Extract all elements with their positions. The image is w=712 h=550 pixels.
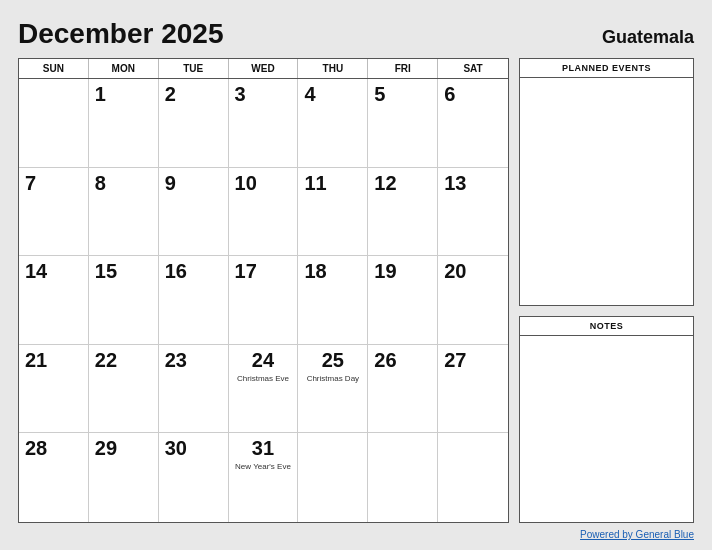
calendar-cell: 20 (438, 256, 508, 345)
day-header: THU (298, 59, 368, 78)
calendar-section: SUNMONTUEWEDTHUFRISAT 123456789101112131… (18, 58, 509, 523)
cell-number: 22 (95, 349, 152, 372)
day-headers-row: SUNMONTUEWEDTHUFRISAT (19, 59, 508, 79)
calendar-cell: 16 (159, 256, 229, 345)
calendar-cell: 3 (229, 79, 299, 168)
calendar-cell (368, 433, 438, 522)
cell-number: 2 (165, 83, 222, 106)
calendar-cell: 17 (229, 256, 299, 345)
day-header: SAT (438, 59, 508, 78)
cell-number: 30 (165, 437, 222, 460)
day-header: MON (89, 59, 159, 78)
cell-number: 25 (304, 349, 361, 372)
cell-number: 31 (235, 437, 292, 460)
calendar-cell: 8 (89, 168, 159, 257)
cell-number: 21 (25, 349, 82, 372)
cell-number: 29 (95, 437, 152, 460)
page: December 2025 Guatemala SUNMONTUEWEDTHUF… (0, 0, 712, 550)
cell-number: 4 (304, 83, 361, 106)
cell-number: 7 (25, 172, 82, 195)
calendar-cell: 15 (89, 256, 159, 345)
cell-number: 24 (235, 349, 292, 372)
calendar-cell: 19 (368, 256, 438, 345)
month-title: December 2025 (18, 18, 223, 50)
header: December 2025 Guatemala (18, 18, 694, 50)
calendar-cell: 13 (438, 168, 508, 257)
calendar-cell: 29 (89, 433, 159, 522)
cell-number: 10 (235, 172, 292, 195)
calendar-cell (298, 433, 368, 522)
calendar-cell: 31New Year's Eve (229, 433, 299, 522)
calendar-cell: 11 (298, 168, 368, 257)
cell-number: 12 (374, 172, 431, 195)
notes-label: NOTES (520, 317, 693, 336)
cell-number: 13 (444, 172, 502, 195)
calendar-cell: 24Christmas Eve (229, 345, 299, 434)
day-header: TUE (159, 59, 229, 78)
calendar-cell: 2 (159, 79, 229, 168)
calendar-cell: 23 (159, 345, 229, 434)
calendar-cell: 27 (438, 345, 508, 434)
calendar-cell (19, 79, 89, 168)
calendar-cell: 4 (298, 79, 368, 168)
calendar-cell: 21 (19, 345, 89, 434)
calendar-cell: 22 (89, 345, 159, 434)
day-header: SUN (19, 59, 89, 78)
footer: Powered by General Blue (18, 529, 694, 540)
cell-number: 5 (374, 83, 431, 106)
calendar-grid: 123456789101112131415161718192021222324C… (19, 79, 508, 522)
calendar-cell: 14 (19, 256, 89, 345)
cell-number: 15 (95, 260, 152, 283)
cell-number: 17 (235, 260, 292, 283)
day-header: WED (229, 59, 299, 78)
calendar-cell: 30 (159, 433, 229, 522)
planned-events-body (520, 78, 693, 305)
cell-number: 11 (304, 172, 361, 195)
calendar-cell: 5 (368, 79, 438, 168)
calendar-cell: 12 (368, 168, 438, 257)
cell-number: 28 (25, 437, 82, 460)
cell-event: New Year's Eve (235, 462, 292, 472)
cell-number: 16 (165, 260, 222, 283)
cell-number: 27 (444, 349, 502, 372)
cell-number: 18 (304, 260, 361, 283)
calendar-cell: 9 (159, 168, 229, 257)
cell-number: 8 (95, 172, 152, 195)
cell-number: 6 (444, 83, 502, 106)
notes-box: NOTES (519, 316, 694, 523)
calendar-cell: 26 (368, 345, 438, 434)
cell-event: Christmas Day (304, 374, 361, 384)
cell-number: 23 (165, 349, 222, 372)
planned-events-box: PLANNED EVENTS (519, 58, 694, 306)
cell-number: 26 (374, 349, 431, 372)
calendar-cell: 7 (19, 168, 89, 257)
cell-number: 1 (95, 83, 152, 106)
planned-events-label: PLANNED EVENTS (520, 59, 693, 78)
calendar-cell: 6 (438, 79, 508, 168)
calendar-cell (438, 433, 508, 522)
right-section: PLANNED EVENTS NOTES (519, 58, 694, 523)
cell-number: 19 (374, 260, 431, 283)
calendar-cell: 10 (229, 168, 299, 257)
notes-body (520, 336, 693, 522)
cell-number: 14 (25, 260, 82, 283)
cell-number: 3 (235, 83, 292, 106)
footer-link[interactable]: Powered by General Blue (580, 529, 694, 540)
cell-number: 20 (444, 260, 502, 283)
calendar-cell: 28 (19, 433, 89, 522)
day-header: FRI (368, 59, 438, 78)
calendar-cell: 1 (89, 79, 159, 168)
cell-number: 9 (165, 172, 222, 195)
country-title: Guatemala (602, 27, 694, 48)
cell-event: Christmas Eve (235, 374, 292, 384)
calendar-cell: 25Christmas Day (298, 345, 368, 434)
calendar-cell: 18 (298, 256, 368, 345)
main-content: SUNMONTUEWEDTHUFRISAT 123456789101112131… (18, 58, 694, 523)
